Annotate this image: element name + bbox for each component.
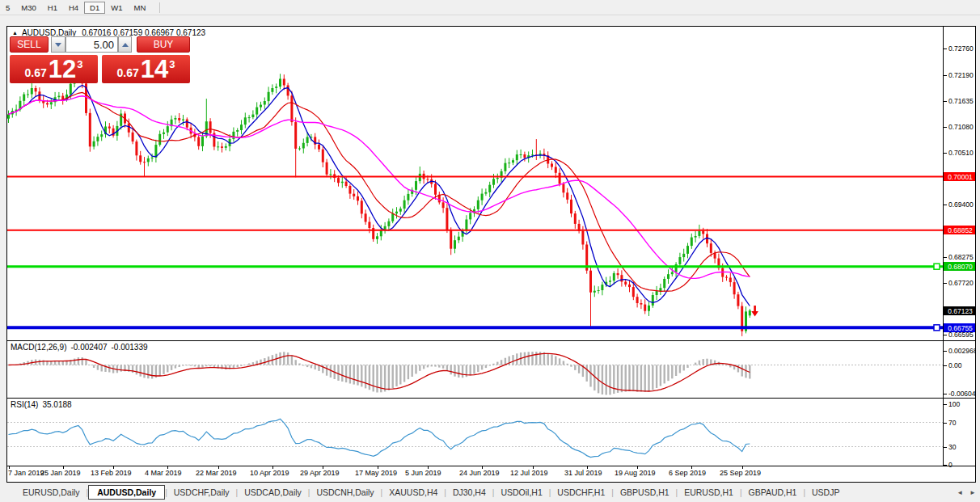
sell-price-point: 3 — [77, 58, 82, 70]
chart-tab-dj30-h4[interactable]: DJ30,H4 — [446, 485, 492, 500]
buy-price-prefix: 0.67 — [117, 66, 139, 79]
sell-price-prefix: 0.67 — [25, 66, 47, 79]
rsi-value: 35.0188 — [42, 400, 71, 409]
time-axis-label: 4 Mar 2019 — [145, 469, 182, 477]
price-badge-0.66755: 0.66755 — [944, 323, 976, 332]
time-axis-label: 25 Jan 2019 — [40, 469, 81, 477]
arrow-up-icon — [122, 43, 129, 47]
timeframe-button-5[interactable]: 5 — [0, 2, 15, 13]
time-axis-label: 10 Apr 2019 — [250, 469, 289, 477]
price-axis-label-tick — [943, 257, 947, 258]
price-axis-label: 0.67720 — [948, 279, 974, 287]
time-axis-label: 22 Mar 2019 — [196, 469, 237, 477]
sell-price-button[interactable]: 0.67123 — [10, 55, 98, 83]
chart-tab-gbpusd-h1[interactable]: GBPUSD,H1 — [614, 485, 676, 500]
bottom-tab-bar: EURUSD,Daily|AUDUSD,Daily|USDCHF,Daily|U… — [0, 483, 980, 502]
buy-price-button[interactable]: 0.67143 — [102, 55, 190, 83]
price-badge-0.68852: 0.68852 — [944, 226, 976, 234]
timeframe-toolbar: 5M30H1H4D1W1MN — [0, 0, 980, 15]
sell-arrow-marker — [751, 306, 758, 317]
chart-window: ▲AUDUSD,Daily0.67016 0.67159 0.66967 0.6… — [6, 26, 976, 483]
panel-divider[interactable] — [7, 398, 975, 399]
macd-signal-value: -0.001339 — [112, 343, 148, 352]
price-axis-border — [943, 27, 944, 466]
chart-tab-xauusd-h4[interactable]: XAUUSD,H4 — [382, 485, 444, 500]
price-axis-label: 0.71635 — [948, 97, 974, 105]
price-axis-label: 0.71080 — [948, 123, 974, 131]
buy-button[interactable]: BUY — [137, 36, 190, 53]
chart-tab-usdchf-h1[interactable]: USDCHF,H1 — [551, 485, 611, 500]
trading-terminal: 5M30H1H4D1W1MN ▲AUDUSD,Daily0.67016 0.67… — [0, 0, 980, 502]
timeframe-button-W1[interactable]: W1 — [105, 2, 128, 13]
price-axis-label-tick — [943, 101, 947, 102]
price-axis-label-tick — [943, 127, 947, 128]
buy-price-pips: 14 — [141, 57, 168, 82]
chart-tab-usdcnh-daily[interactable]: USDCNH,Daily — [310, 485, 380, 500]
timeframe-button-H1[interactable]: H1 — [42, 2, 63, 13]
chart-tab-eurusd-h1[interactable]: EURUSD,H1 — [678, 485, 740, 500]
price-axis-label: 0.69400 — [948, 200, 974, 209]
rsi-axis-label-tick — [943, 447, 947, 448]
sell-price-pips: 12 — [49, 57, 76, 82]
time-axis-label: 7 Jan 2019 — [8, 469, 44, 477]
tab-scroll-right-icon[interactable]: ► — [969, 489, 976, 496]
rsi-axis-label-tick — [943, 465, 947, 466]
chart-tab-eurusd-daily[interactable]: EURUSD,Daily — [16, 485, 87, 500]
moving-average-line — [9, 96, 750, 279]
macd-axis-label: 0.002968 — [948, 347, 976, 355]
macd-axis-label-tick — [943, 394, 947, 394]
time-axis-label: 6 Sep 2019 — [669, 469, 706, 477]
time-axis-label: 13 Feb 2019 — [91, 469, 132, 477]
chart-tab-usdcad-daily[interactable]: USDCAD,Daily — [238, 485, 308, 500]
price-axis-label-tick — [943, 283, 947, 284]
timeframe-button-D1[interactable]: D1 — [84, 2, 105, 14]
rsi-axis-label: 70 — [948, 419, 956, 427]
rsi-axis-label: 0 — [948, 461, 953, 469]
price-badge-0.70001: 0.70001 — [944, 172, 976, 181]
volume-input[interactable] — [65, 36, 118, 53]
price-axis-label: 0.70510 — [948, 149, 974, 157]
macd-main-value: -0.002407 — [70, 343, 107, 352]
time-axis-label: 29 Apr 2019 — [300, 469, 340, 477]
one-click-trade-widget: SELL BUY 0.67123 0.67143 — [10, 36, 192, 84]
timeframe-button-MN[interactable]: MN — [129, 2, 152, 13]
timeframe-button-H4[interactable]: H4 — [63, 2, 84, 13]
chart-tab-usdjp[interactable]: USDJP — [805, 485, 846, 500]
macd-axis-label-tick — [943, 351, 947, 352]
time-axis-label: 31 Jul 2019 — [564, 469, 602, 477]
macd-axis-label-tick — [943, 365, 947, 366]
price-axis-label-tick — [943, 153, 947, 154]
chart-tab-gbpaud-h1[interactable]: GBPAUD,H1 — [741, 485, 803, 500]
price-axis-label: 0.72190 — [948, 71, 974, 79]
arrow-down-icon — [55, 43, 61, 47]
rsi-chart[interactable] — [7, 399, 943, 466]
rsi-label: RSI(14)35.0188 — [11, 400, 76, 409]
rsi-axis-label: 30 — [948, 443, 956, 451]
line-handle[interactable] — [934, 264, 940, 269]
rsi-line — [9, 419, 750, 457]
line-handle[interactable] — [934, 325, 940, 331]
macd-label: MACD(12,26,9)-0.002407-0.001339 — [11, 343, 152, 352]
sell-button[interactable]: SELL — [10, 36, 49, 53]
moving-average-line — [9, 92, 750, 291]
time-axis-label: 17 May 2019 — [355, 469, 397, 477]
moving-average-line — [9, 86, 750, 306]
timeframe-button-M30[interactable]: M30 — [15, 2, 41, 13]
price-badge-0.67123: 0.67123 — [944, 306, 976, 315]
chart-tab-audusd-daily[interactable]: AUDUSD,Daily — [88, 485, 165, 500]
time-axis-label: 25 Sep 2019 — [720, 469, 761, 477]
panel-divider[interactable] — [7, 340, 975, 341]
chart-tab-usdoil-h1[interactable]: USDOil,H1 — [494, 485, 548, 500]
price-badge-0.68070: 0.68070 — [944, 262, 976, 271]
volume-increase-button[interactable] — [118, 36, 132, 53]
price-axis-label: 0.72760 — [948, 44, 974, 53]
rsi-axis-label-tick — [943, 404, 947, 405]
rsi-axis-label: 100 — [948, 400, 960, 408]
macd-axis-label: 0.00 — [948, 361, 962, 369]
buy-price-point: 3 — [169, 58, 175, 70]
volume-decrease-button[interactable] — [51, 36, 65, 53]
tab-scroll-left-icon[interactable]: ◄ — [957, 489, 963, 496]
collapse-icon[interactable]: ▲ — [12, 30, 18, 36]
chart-tab-usdchf-daily[interactable]: USDCHF,Daily — [167, 485, 236, 500]
price-axis-label-tick — [943, 205, 947, 205]
